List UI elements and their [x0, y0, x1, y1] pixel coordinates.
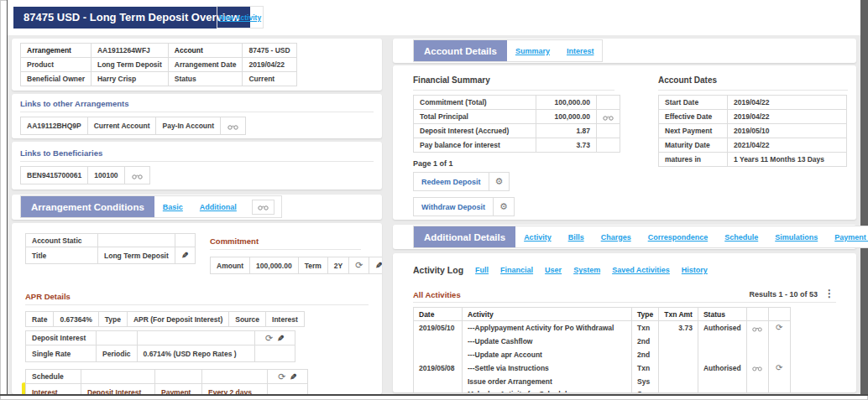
empty-cell: [98, 234, 175, 247]
pencil-icon[interactable]: ✎: [290, 372, 296, 382]
tab-simulations[interactable]: Simulations: [775, 233, 818, 242]
arrangement-summary-table: Arrangement AA1911264WFJ Account 87475 -…: [20, 43, 297, 86]
page-title: 87475 USD - Long Term Deposit Overview: [13, 7, 250, 29]
empty-cell: [597, 96, 620, 110]
view-beneficiary-button[interactable]: [124, 167, 149, 184]
beneficial-owner-value: Harry Crisp: [91, 72, 168, 86]
empty-cell: [97, 331, 138, 345]
tab-correspondence[interactable]: Correspondence: [648, 233, 709, 242]
arrangement-id-link[interactable]: AA1911264WFJ: [91, 44, 168, 58]
col-type: Type: [632, 308, 659, 321]
see-icon[interactable]: [752, 325, 762, 332]
see-icon[interactable]: [258, 204, 269, 210]
redeem-gear[interactable]: ⚙: [489, 173, 510, 190]
pencil-icon[interactable]: ✎: [277, 334, 284, 343]
activity-row: 2019/05/08 ---Settle via Instructions Tx…: [414, 361, 791, 375]
schedule-deposit-interest: Deposit Interest: [81, 384, 155, 395]
pay-in-account-link[interactable]: Pay-In Account: [156, 117, 221, 135]
refresh-icon[interactable]: ⟳: [776, 323, 782, 332]
pagination-text: Page 1 of 1: [413, 159, 453, 168]
schedule-header: Schedule: [26, 370, 81, 384]
tab-history[interactable]: History: [682, 266, 708, 274]
new-activity-link[interactable]: New Activity: [219, 13, 261, 22]
refresh-icon[interactable]: ⟳: [278, 371, 285, 382]
gear-icon[interactable]: ⚙: [499, 202, 508, 211]
tab-saved-activities[interactable]: Saved Activities: [612, 266, 670, 274]
tab-full[interactable]: Full: [475, 266, 489, 274]
fin-value: 3.73: [536, 138, 597, 153]
activity-status: [698, 335, 746, 348]
empty-cell: [746, 348, 768, 361]
edit-account-static-button[interactable]: ✎: [175, 247, 196, 264]
kebab-menu-icon[interactable]: ⋮: [824, 288, 834, 299]
beneficiary-value: 100100: [88, 167, 124, 184]
fin-value: 100,000.00: [536, 110, 597, 124]
col-icons: [746, 308, 768, 321]
withdraw-gear[interactable]: ⚙: [493, 198, 514, 216]
view-arrangement-button[interactable]: [221, 117, 246, 135]
tab-interest[interactable]: Interest: [567, 47, 594, 55]
results-count: Results 1 - 10 of 53: [749, 290, 818, 299]
account-id-link[interactable]: 87475 - USD: [243, 44, 296, 58]
withdraw-deposit-button[interactable]: Withdraw Deposit ⚙: [413, 197, 515, 216]
see-icon[interactable]: [603, 114, 614, 121]
view-activity-button[interactable]: [746, 361, 768, 375]
tab-additional[interactable]: Additional: [200, 203, 237, 211]
col-activity: Activity: [463, 308, 632, 321]
links-arrangements-title: Links to other Arrangements: [20, 99, 129, 108]
view-activity-button[interactable]: [746, 321, 768, 335]
source-label: Source: [229, 312, 266, 327]
activity-date: [414, 375, 463, 388]
status-label: Status: [168, 72, 243, 86]
beneficial-owner-label: Beneficial Owner: [21, 72, 92, 86]
type-value: APR (For Deposit Interest): [127, 312, 228, 327]
see-conditions-button[interactable]: [252, 200, 275, 215]
reverse-activity-button[interactable]: ⟳: [768, 321, 790, 335]
edit-commitment-button[interactable]: ✎: [369, 257, 382, 274]
empty-cell: [268, 384, 308, 395]
date-value: 2021/04/22: [728, 138, 847, 153]
view-principal-button[interactable]: [597, 110, 620, 124]
links-beneficiaries-title: Links to Beneficiaries: [20, 148, 102, 158]
tab-basic[interactable]: Basic: [163, 203, 183, 211]
empty-cell: [746, 335, 768, 348]
reverse-activity-button[interactable]: ⟳: [768, 361, 790, 375]
schedule-table: Schedule ⟳ ✎ Interest Deposit Interest P…: [25, 369, 308, 394]
schedule-interest: Interest: [26, 384, 81, 395]
arrangement-summary-card: Arrangement AA1911264WFJ Account 87475 -…: [12, 39, 382, 91]
tab-user[interactable]: User: [545, 266, 562, 274]
matures-in-label: matures in: [659, 153, 728, 167]
see-icon[interactable]: [227, 123, 238, 130]
see-icon[interactable]: [752, 365, 762, 371]
tab-system[interactable]: System: [573, 266, 600, 274]
period-value: Periodic: [97, 345, 138, 362]
tab-charges[interactable]: Charges: [601, 233, 631, 242]
tab-financial[interactable]: Financial: [500, 266, 533, 274]
refresh-commitment-button[interactable]: ⟳: [349, 257, 369, 274]
commitment-section: Commitment Amount 100,000.00 Term 2Y ⟳ ✎: [210, 236, 382, 274]
empty-cell: [768, 388, 790, 393]
tab-schedule[interactable]: Schedule: [724, 233, 758, 242]
activity-table: Date Activity Type Txn Amt Status 2019/0…: [413, 307, 791, 392]
gear-icon[interactable]: ⚙: [495, 177, 504, 186]
schedule-actions: ⟳ ✎: [268, 370, 308, 384]
redeem-deposit-button[interactable]: Redeem Deposit ⚙: [413, 172, 510, 191]
empty-cell: [597, 124, 620, 138]
tab-payment-orders[interactable]: Payment Orders: [834, 233, 868, 242]
pencil-icon[interactable]: ✎: [375, 261, 382, 270]
activity-desc: ---Update apr Account: [463, 348, 632, 361]
account-static-table: Account Static Title Long Term Deposit ✎: [25, 233, 196, 264]
arrangement-conditions-header: Arrangement Conditions Basic Additional: [20, 195, 282, 218]
refresh-icon[interactable]: ⟳: [355, 260, 363, 270]
tab-activity[interactable]: Activity: [524, 233, 552, 242]
empty-cell: [746, 375, 768, 388]
withdraw-deposit-label[interactable]: Withdraw Deposit: [414, 198, 493, 216]
pencil-icon[interactable]: ✎: [181, 251, 188, 260]
refresh-icon[interactable]: ⟳: [776, 363, 782, 372]
tab-summary[interactable]: Summary: [515, 47, 550, 55]
tab-bills[interactable]: Bills: [568, 233, 584, 242]
redeem-deposit-label[interactable]: Redeem Deposit: [414, 173, 489, 190]
refresh-icon[interactable]: ⟳: [265, 333, 273, 343]
single-rate-label: Single Rate: [26, 345, 97, 362]
see-icon[interactable]: [132, 173, 143, 179]
